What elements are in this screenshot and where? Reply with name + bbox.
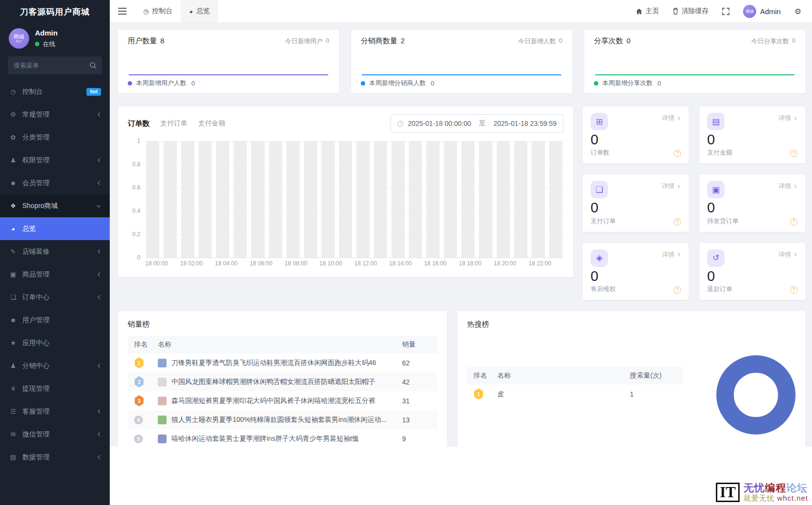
order-bar <box>461 141 474 258</box>
product-name[interactable]: 森马国潮短裤男夏季潮印花大码中国风裤子休闲嘻哈潮流宽松五分裤 <box>171 397 375 405</box>
product-name[interactable]: 猫人男士睡衣男夏季100%纯棉薄款圆领套头短袖套装男ins潮休闲运动... <box>171 416 387 424</box>
legend-dot-icon <box>361 81 365 86</box>
stat-card-users: 用户数量 8 今日新增用户 0 本周新增用户人数 <box>118 30 339 93</box>
x-axis-label: 18 10:00 <box>320 260 355 267</box>
sidebar-item-console[interactable]: ◷ 控制台 hot <box>0 80 110 103</box>
table-row[interactable]: 4 猫人男士睡衣男夏季100%纯棉薄款圆领套头短袖套装男ins潮休闲运动... … <box>128 410 437 429</box>
sidebar-item-order-center[interactable]: ❏ 订单中心 <box>0 286 110 309</box>
clear-cache-button[interactable]: 清除缓存 <box>673 7 709 16</box>
table-row[interactable]: 2 中国风龙图案棒球帽男潮牌休闲鸭舌帽女潮流百搭防晒遮阳太阳帽子 42 <box>128 372 437 391</box>
date-end[interactable]: 2025-01-18 23:59:59 <box>493 120 557 127</box>
chevron-right-icon <box>677 116 681 121</box>
sidebar-item-general[interactable]: ⚙ 常规管理 <box>0 103 110 126</box>
pie-chart-icon: ◕ <box>9 225 17 232</box>
stat-value: 0 <box>626 36 630 45</box>
summary-card-refund: ↺ 详情 0 退款订单 ? <box>699 243 805 300</box>
sidebar-item-user-mgmt[interactable]: ☻ 用户管理 <box>0 309 110 331</box>
question-circle-icon[interactable]: ? <box>674 286 681 294</box>
sidebar-item-wechat[interactable]: ✉ 微信管理 <box>0 423 110 446</box>
tab-console[interactable]: ◷ 控制台 <box>135 0 181 22</box>
date-start[interactable]: 2025-01-18 00:00:00 <box>408 120 471 127</box>
product-name[interactable]: 刀锋男鞋夏季透气防臭飞织运动鞋男潮流百搭休闲网面跑步鞋大码46 <box>171 359 376 367</box>
pending-delivery-icon: ▣ <box>707 181 725 198</box>
topbar-user-button[interactable]: 商城 Admin <box>743 5 781 18</box>
fullscreen-button[interactable] <box>722 8 729 15</box>
dashboard-content: 用户数量 8 今日新增用户 0 本周新增用户人数 <box>110 23 812 447</box>
detail-link[interactable]: 详情 <box>778 182 797 191</box>
sidebar-item-app-center[interactable]: ★ 应用中心 <box>0 331 110 354</box>
home-button[interactable]: 主页 <box>636 7 659 16</box>
order-bar <box>479 141 492 258</box>
summary-value: 0 <box>591 200 681 216</box>
summary-card-after-sale: ◈ 详情 0 售后维权 ? <box>583 243 689 300</box>
sidebar-item-data[interactable]: ▤ 数据管理 <box>0 446 110 469</box>
detail-link[interactable]: 详情 <box>662 114 681 122</box>
hamburger-button[interactable] <box>110 0 135 22</box>
order-bar <box>216 141 229 258</box>
avatar: 商城 <box>743 5 756 18</box>
sparkline <box>362 74 561 75</box>
hamburger-icon <box>118 8 127 15</box>
topbar-actions: 主页 清除缓存 商城 Admin ⚙ <box>636 0 812 22</box>
question-circle-icon[interactable]: ? <box>674 218 681 226</box>
date-range-picker[interactable]: 2025-01-18 00:00:00 至 2025-01-18 23:59:5… <box>390 114 563 133</box>
stat-title: 分销商数量 2 <box>361 36 405 46</box>
product-thumbnail <box>158 435 167 443</box>
detail-link[interactable]: 详情 <box>662 250 681 259</box>
sidebar-item-category[interactable]: ✿ 分类管理 <box>0 126 110 149</box>
stat-today-label: 今日新增人数 0 <box>518 37 562 46</box>
order-bar <box>199 141 212 258</box>
sidebar-item-member[interactable]: ☻ 会员管理 <box>0 172 110 194</box>
chevron-left-icon <box>97 295 101 299</box>
trash-icon <box>673 8 678 15</box>
sidebar-item-decoration[interactable]: ✎ 店铺装修 <box>0 240 110 263</box>
sidebar-item-withdraw[interactable]: ¥ 提现管理 <box>0 377 110 400</box>
tab-paid-orders[interactable]: 支付订单 <box>160 119 187 128</box>
summary-label: 支付订单 <box>591 217 681 226</box>
summary-label: 售后维权 <box>591 285 681 294</box>
sidebar-item-customer-service[interactable]: ☰ 客服管理 <box>0 400 110 423</box>
keyword[interactable]: 皮 <box>497 390 504 399</box>
summary-card-order-count: ⊞ 详情 0 订单数 ? <box>583 106 689 163</box>
settings-button[interactable]: ⚙ <box>795 7 801 16</box>
topbar: ◷ 控制台 ◕ 总览 主页 清除缓存 商城 <box>110 0 812 23</box>
sidebar-user-panel[interactable]: 商城 B2C Admin 在线 <box>0 23 110 54</box>
table-row[interactable]: 3 森马国潮短裤男夏季潮印花大码中国风裤子休闲嘻哈潮流宽松五分裤 31 <box>128 391 437 410</box>
stat-today-label: 今日分享次数 0 <box>751 37 795 46</box>
sidebar-item-shopro[interactable]: ❖ Shopro商城 <box>0 194 110 217</box>
table-row[interactable]: 1 皮 1 <box>467 384 683 403</box>
order-bar <box>251 141 264 258</box>
table-row[interactable]: 5 嘻哈休闲运动套装男士夏季潮牌ins胖子大码青少年男装短袖t恤 9 <box>128 429 437 448</box>
order-xlabels: 18 00:0018 02:0018 04:0018 06:0018 08:00… <box>145 258 563 269</box>
question-circle-icon[interactable]: ? <box>790 218 797 226</box>
table-row[interactable]: 1 刀锋男鞋夏季透气防臭飞织运动鞋男潮流百搭休闲网面跑步鞋大码46 62 <box>128 353 437 372</box>
mail-icon: ✉ <box>9 431 17 438</box>
detail-link[interactable]: 详情 <box>778 250 797 259</box>
detail-link[interactable]: 详情 <box>778 114 797 122</box>
product-name[interactable]: 中国风龙图案棒球帽男潮牌休闲鸭舌帽女潮流百搭防晒遮阳太阳帽子 <box>171 378 375 386</box>
search-input[interactable] <box>8 56 102 74</box>
question-circle-icon[interactable]: ? <box>790 286 797 294</box>
hot-badge: hot <box>86 88 101 96</box>
stat-title: 用户数量 8 <box>128 36 164 46</box>
order-bar <box>164 141 177 258</box>
sidebar-item-distribution[interactable]: ♟ 分销中心 <box>0 354 110 377</box>
order-bar <box>497 141 510 258</box>
sidebar-item-overview[interactable]: ◕ 总览 <box>0 217 110 240</box>
date-separator: 至 <box>471 119 493 128</box>
y-axis-label: 0.4 <box>132 208 140 214</box>
bar-chart-icon: ▤ <box>9 453 17 461</box>
order-chart-tabs: 订单数 支付订单 支付金额 <box>128 119 225 128</box>
chevron-right-icon <box>677 184 681 189</box>
sidebar-item-auth[interactable]: ♟ 权限管理 <box>0 149 110 172</box>
tab-overview[interactable]: ◕ 总览 <box>181 0 218 22</box>
search-icon[interactable] <box>89 62 97 71</box>
tab-paid-amount[interactable]: 支付金额 <box>198 119 225 128</box>
sidebar-item-goods[interactable]: ▣ 商品管理 <box>0 263 110 286</box>
product-name[interactable]: 嘻哈休闲运动套装男士夏季潮牌ins胖子大码青少年男装短袖t恤 <box>171 435 359 443</box>
tab-order-count[interactable]: 订单数 <box>128 119 150 128</box>
order-bar <box>234 141 247 258</box>
detail-link[interactable]: 详情 <box>662 182 681 191</box>
order-bar <box>321 141 335 258</box>
pay-amount-icon: ▤ <box>707 113 725 130</box>
